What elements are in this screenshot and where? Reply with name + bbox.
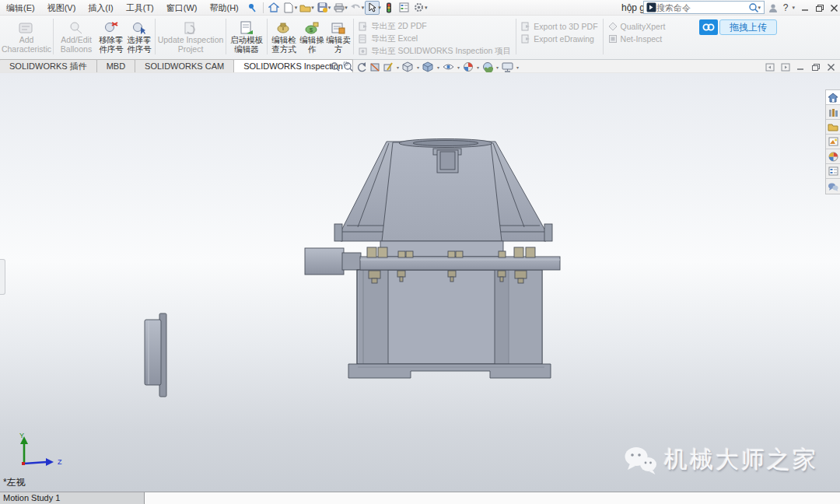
edit-inspection-methods-button[interactable]: 编辑检查方式 bbox=[269, 18, 299, 54]
zoom-fit-icon[interactable] bbox=[330, 61, 341, 72]
tab-mbd[interactable]: MBD bbox=[96, 59, 135, 72]
solidworks-forum-tab[interactable] bbox=[826, 179, 840, 194]
menu-window[interactable]: 窗口(W) bbox=[160, 0, 204, 16]
view-settings-icon[interactable] bbox=[502, 62, 513, 72]
gearbox-model[interactable] bbox=[0, 73, 840, 492]
divider bbox=[516, 19, 516, 54]
chevron-down-icon[interactable]: ▾ bbox=[311, 5, 314, 11]
home-icon[interactable] bbox=[267, 1, 282, 15]
edit-vendors-button[interactable]: 编辑卖方 bbox=[325, 18, 352, 54]
menu-tools[interactable]: 工具(T) bbox=[120, 0, 160, 16]
view-orientation-icon[interactable] bbox=[402, 61, 414, 72]
properties-form-icon bbox=[828, 166, 838, 176]
wechat-logo-icon bbox=[624, 446, 658, 475]
drag-upload-button[interactable]: 拖拽上传 bbox=[719, 19, 777, 35]
chevron-down-icon[interactable]: ▾ bbox=[457, 65, 460, 70]
drag-upload-widget[interactable]: 拖拽上传 bbox=[699, 19, 777, 35]
doc-restore-icon[interactable] bbox=[811, 63, 821, 72]
annotation-view-icon[interactable] bbox=[383, 61, 394, 72]
launch-template-editor-button[interactable]: 启动模板编辑器 bbox=[228, 18, 265, 54]
display-style-icon[interactable] bbox=[422, 61, 434, 72]
menu-edit[interactable]: 编辑(E) bbox=[0, 0, 41, 16]
rebuild-traffic-light-icon[interactable] bbox=[382, 1, 397, 15]
tab-solidworks-cam[interactable]: SOLIDWORKS CAM bbox=[135, 59, 234, 72]
export-group: 导出至 2D PDF 导出至 Excel 导出至 SOLIDWORKS Insp… bbox=[355, 18, 514, 57]
edit-appearance-icon[interactable] bbox=[463, 61, 474, 72]
menu-insert[interactable]: 插入(I) bbox=[82, 0, 119, 16]
pane-left-icon[interactable] bbox=[765, 63, 775, 72]
chevron-down-icon[interactable]: ▾ bbox=[295, 5, 298, 11]
chevron-down-icon[interactable]: ▾ bbox=[378, 5, 381, 11]
export-edrawing-button: Export eDrawing bbox=[521, 33, 597, 44]
flange-cover-part[interactable] bbox=[145, 313, 166, 397]
close-icon[interactable] bbox=[830, 4, 838, 12]
menu-help[interactable]: 帮助(H) bbox=[204, 0, 245, 16]
cloud-link-icon[interactable] bbox=[699, 19, 718, 35]
tab-solidworks-addins[interactable]: SOLIDWORKS 插件 bbox=[0, 59, 97, 72]
file-explorer-tab[interactable] bbox=[826, 120, 840, 135]
previous-view-icon[interactable] bbox=[356, 61, 367, 72]
divider bbox=[53, 19, 54, 54]
apply-scene-icon[interactable] bbox=[482, 61, 493, 72]
solidworks-search-icon bbox=[646, 2, 656, 12]
solidworks-resources-tab[interactable] bbox=[826, 90, 840, 105]
chevron-down-icon[interactable]: ▾ bbox=[362, 5, 365, 11]
search-input[interactable] bbox=[656, 3, 748, 12]
export-3d-group: Export to 3D PDF Export eDrawing bbox=[518, 18, 600, 44]
select-balloons-button[interactable]: 选择零件序号 bbox=[125, 18, 153, 54]
home-icon bbox=[828, 93, 838, 103]
chevron-down-icon[interactable]: ▾ bbox=[417, 65, 419, 70]
menu-view[interactable]: 视图(V) bbox=[41, 0, 82, 16]
doc-close-icon[interactable] bbox=[827, 63, 835, 72]
design-library-tab[interactable] bbox=[826, 105, 840, 120]
chevron-down-icon[interactable]: ▾ bbox=[345, 5, 348, 11]
chevron-down-icon[interactable]: ▾ bbox=[792, 5, 795, 11]
hide-show-items-icon[interactable] bbox=[443, 62, 454, 72]
graphics-area[interactable]: Y Z *左视 机械大师之家 bbox=[0, 73, 840, 492]
export-inspection-project-icon bbox=[359, 47, 368, 56]
chat-bubbles-icon bbox=[828, 182, 838, 191]
update-inspection-project-button: Update InspectionProject bbox=[157, 18, 224, 54]
chevron-down-icon[interactable]: ▾ bbox=[437, 65, 439, 70]
minimize-icon[interactable] bbox=[801, 4, 810, 12]
pin-icon[interactable] bbox=[245, 1, 260, 15]
featuremanager-collapsed-handle[interactable] bbox=[0, 259, 5, 295]
remove-balloons-button[interactable]: 移除零件序号 bbox=[97, 18, 125, 54]
orientation-triad: Y Z bbox=[11, 431, 65, 468]
edit-inspection-methods-icon bbox=[276, 19, 292, 35]
chevron-down-icon[interactable]: ▾ bbox=[425, 5, 428, 11]
doc-minimize-icon[interactable] bbox=[796, 63, 805, 72]
add-edit-balloons-button: Add/EditBalloons bbox=[55, 18, 97, 54]
command-search[interactable]: ▾ bbox=[643, 1, 765, 14]
commandmanager-tab-bar: SOLIDWORKS 插件 MBD SOLIDWORKS CAM SOLIDWO… bbox=[0, 60, 840, 73]
user-icon[interactable] bbox=[768, 3, 778, 12]
pane-right-icon[interactable] bbox=[781, 63, 790, 72]
gearbox-body[interactable] bbox=[305, 139, 560, 379]
help-button[interactable]: ? bbox=[783, 2, 789, 13]
zoom-area-icon[interactable] bbox=[343, 61, 354, 72]
chevron-down-icon[interactable]: ▾ bbox=[477, 65, 479, 70]
folder-icon bbox=[828, 123, 838, 131]
chevron-down-icon[interactable]: ▾ bbox=[758, 5, 761, 11]
view-orientation-label: *左视 bbox=[3, 476, 26, 489]
motion-study-tab[interactable]: Motion Study 1 bbox=[0, 492, 145, 504]
divider bbox=[267, 19, 268, 54]
custom-properties-tab[interactable] bbox=[826, 164, 840, 179]
export-excel-icon bbox=[359, 34, 368, 44]
chevron-down-icon[interactable]: ▾ bbox=[397, 65, 399, 70]
chevron-down-icon[interactable]: ▾ bbox=[328, 5, 331, 11]
document-window-controls bbox=[765, 61, 835, 72]
file-properties-icon[interactable] bbox=[397, 1, 411, 15]
restore-icon[interactable] bbox=[815, 4, 824, 12]
section-view-icon[interactable] bbox=[369, 61, 380, 72]
watermark: 机械大师之家 bbox=[624, 444, 818, 476]
edit-vendors-icon bbox=[331, 19, 346, 35]
add-characteristic-icon bbox=[18, 19, 35, 35]
edit-operations-button[interactable]: $ 编辑操作 bbox=[299, 18, 325, 54]
window-controls: ? ▾ bbox=[768, 0, 838, 16]
view-palette-tab[interactable] bbox=[826, 135, 840, 149]
appearances-scenes-tab[interactable] bbox=[826, 149, 840, 164]
watermark-text: 机械大师之家 bbox=[664, 444, 818, 476]
chevron-down-icon[interactable]: ▾ bbox=[496, 65, 499, 70]
chevron-down-icon[interactable]: ▾ bbox=[516, 65, 519, 70]
